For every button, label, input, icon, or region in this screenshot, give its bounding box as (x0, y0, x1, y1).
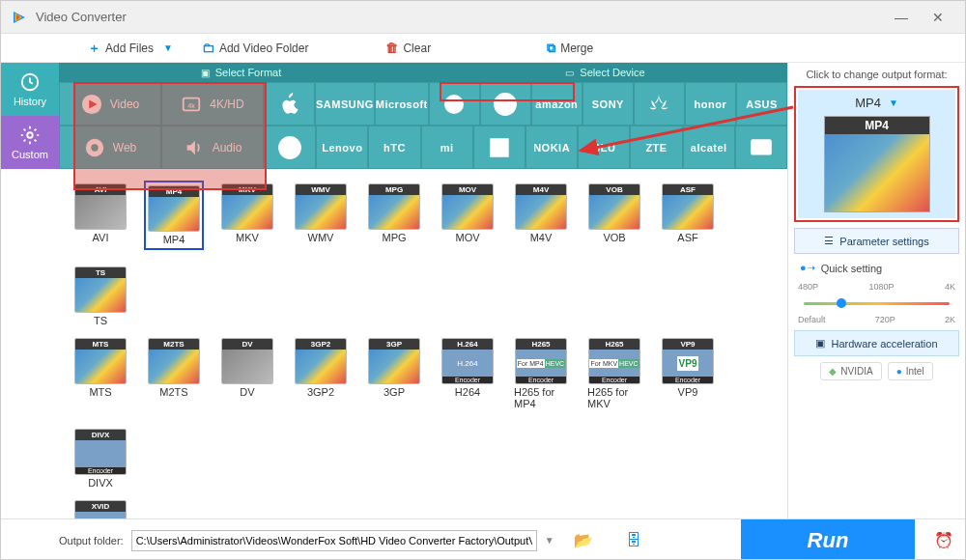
svg-text:1+: 1+ (494, 143, 504, 154)
output-panel: Click to change output format: MP4 ▼ MP4… (787, 63, 965, 518)
category-web[interactable]: Web (59, 126, 161, 169)
run-button[interactable]: Run (741, 519, 915, 561)
brand-htc[interactable]: hTC (368, 126, 420, 169)
format-grid: AVIAVIMP4MP4MKVMKVWMVWMVMPGMPGMOVMOVM4VM… (59, 169, 787, 518)
output-hint: Click to change output format: (794, 69, 959, 80)
add-folder-button[interactable]: 🗀 Add Video Folder (202, 41, 309, 55)
merge-icon: ⧉ (547, 41, 555, 56)
app-title: Video Converter (36, 10, 127, 24)
bottom-bar: Output folder: ▼ 📂 🗄 Run ⏰ (1, 518, 965, 560)
brand-alcatel[interactable]: alcatel (683, 126, 735, 169)
format-mkv[interactable]: MKVMKV (217, 181, 277, 250)
brand-huawei[interactable] (634, 82, 685, 126)
format-asf[interactable]: ASFASF (658, 181, 718, 250)
format-h265-for-mp4[interactable]: H265For MP4HEVCEncoderH265 for MP4 (511, 335, 571, 412)
minimize-button[interactable]: — (884, 5, 919, 30)
close-button[interactable]: ✕ (921, 5, 955, 30)
format-vp9[interactable]: VP9VP9EncoderVP9 (658, 335, 718, 412)
play-icon (81, 94, 102, 115)
plus-icon: ＋ (88, 40, 100, 57)
brand-blu[interactable]: BLU (578, 126, 630, 169)
speaker-icon (184, 137, 205, 158)
format-avi[interactable]: AVIAVI (71, 181, 130, 250)
format-h264[interactable]: H.264H.264EncoderH264 (438, 335, 497, 412)
format-mp4[interactable]: MP4MP4 (144, 181, 204, 250)
merge-button[interactable]: ⧉ Merge (547, 41, 593, 56)
format-vob[interactable]: VOBVOB (584, 181, 644, 250)
format-mov[interactable]: MOVMOV (438, 181, 497, 250)
brand-lenovo[interactable]: Lenovo (316, 126, 368, 169)
web-icon (84, 137, 105, 158)
format-device-tabs: ▣ Select Format ▭ Select Device (59, 63, 787, 82)
trash-icon: 🗑 (385, 41, 398, 55)
format-3gp[interactable]: 3GP3GP (364, 335, 424, 412)
category-audio[interactable]: Audio (161, 126, 264, 169)
format-m4v[interactable]: M4VM4V (511, 181, 571, 250)
sliders-icon: ☰ (824, 235, 834, 247)
format-mts[interactable]: MTSMTS (71, 335, 130, 412)
brand-tv[interactable]: TV (735, 126, 787, 169)
history-button[interactable]: History (1, 63, 59, 116)
brand-google[interactable] (429, 82, 480, 126)
slider-knob[interactable] (837, 298, 846, 308)
quick-setting-label: ●➝Quick setting (794, 260, 959, 276)
output-format-dropdown[interactable]: MP4 ▼ (804, 96, 950, 110)
brand-lg[interactable] (480, 82, 531, 126)
output-folder-input[interactable] (131, 530, 537, 551)
tab-select-device[interactable]: ▭ Select Device (423, 63, 787, 82)
brand-nokia[interactable]: NOKIA (526, 126, 578, 169)
folder-settings-button[interactable]: 🗄 (618, 525, 649, 556)
left-sidebar: History Custom (1, 63, 59, 518)
parameter-settings-button[interactable]: ☰ Parameter settings (794, 228, 959, 254)
format-h265-for-mkv[interactable]: H265For MKVHEVCEncoderH265 for MKV (584, 335, 644, 412)
svg-text:TV: TV (756, 143, 766, 152)
caret-down-icon: ▼ (889, 98, 898, 108)
format-3gp2[interactable]: 3GP23GP2 (291, 335, 351, 412)
brand-apple[interactable] (264, 82, 315, 126)
format-ts[interactable]: TSTS (71, 264, 130, 329)
format-mpg[interactable]: MPGMPG (364, 181, 424, 250)
clear-button[interactable]: 🗑 Clear (385, 41, 431, 55)
format-divx[interactable]: DIVXEncoderDIVX (71, 426, 130, 491)
output-folder-label: Output folder: (59, 535, 124, 546)
output-highlight-box: MP4 ▼ MP4 (794, 86, 959, 222)
category-brand-row: Video 4k 4K/HD SAMSUNGMicrosoftamazonSON… (59, 82, 787, 169)
format-m2ts[interactable]: M2TSM2TS (144, 335, 204, 412)
brand-zte[interactable]: ZTE (630, 126, 682, 169)
brand-honor[interactable]: honor (685, 82, 736, 126)
quality-ticks-bottom: Default 720P 2K (794, 315, 959, 324)
nvidia-badge: ◆NVIDIA (820, 362, 881, 380)
brand-microsoft[interactable]: Microsoft (375, 82, 429, 126)
4k-icon: 4k (181, 94, 202, 115)
chip-icon: ▣ (815, 337, 825, 350)
brand-mi[interactable]: mi (421, 126, 473, 169)
brand-amazon[interactable]: amazon (531, 82, 582, 126)
folder-plus-icon: 🗀 (202, 41, 214, 55)
svg-text:4k: 4k (187, 100, 195, 109)
add-files-dropdown[interactable]: ▼ (163, 42, 173, 53)
intel-badge: ●Intel (888, 362, 933, 380)
titlebar: Video Converter — ✕ (1, 1, 965, 34)
category-video[interactable]: Video (59, 82, 161, 126)
brand-oneplus[interactable]: 1+ (473, 126, 526, 169)
format-wmv[interactable]: WMVWMV (291, 181, 351, 250)
brand-asus[interactable]: ASUS (736, 82, 787, 126)
hardware-accel-button[interactable]: ▣ Hardware acceleration (794, 330, 959, 356)
tab-select-format[interactable]: ▣ Select Format (59, 63, 423, 82)
custom-button[interactable]: Custom (1, 116, 59, 169)
open-folder-button[interactable]: 📂 (568, 525, 599, 556)
format-icon: ▣ (201, 68, 210, 78)
add-files-button[interactable]: ＋ Add Files (88, 40, 154, 57)
alarm-button[interactable]: ⏰ (923, 519, 965, 561)
svg-point-4 (27, 132, 33, 138)
output-format-thumb[interactable]: MP4 (824, 116, 930, 212)
brand-motorola[interactable] (264, 126, 316, 169)
brand-samsung[interactable]: SAMSUNG (315, 82, 375, 126)
hw-vendors: ◆NVIDIA ●Intel (794, 362, 959, 380)
category-4khd[interactable]: 4k 4K/HD (161, 82, 264, 126)
brand-sony[interactable]: SONY (582, 82, 634, 126)
quality-slider[interactable] (800, 299, 953, 307)
device-icon: ▭ (565, 68, 574, 78)
format-xvid[interactable]: XVIDEncoderXVID (71, 497, 130, 518)
format-dv[interactable]: DVDV (217, 335, 277, 412)
